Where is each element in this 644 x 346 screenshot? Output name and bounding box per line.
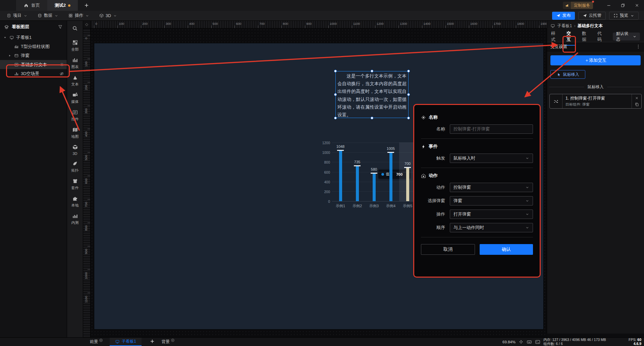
category-kit-icon	[72, 178, 78, 184]
cloud-hosting-button[interactable]: 云托管	[578, 12, 606, 20]
category-kit[interactable]: 套件	[71, 178, 79, 190]
popup-select[interactable]: 弹窗	[450, 196, 533, 206]
trigger-select[interactable]: 鼠标移入时	[450, 154, 533, 163]
layer-item-弹窗[interactable]: 弹窗	[0, 51, 67, 60]
gear-icon[interactable]	[60, 62, 64, 67]
resize-handle-se[interactable]	[407, 117, 410, 119]
menu-data[interactable]: 数据	[34, 13, 62, 18]
chart-value-label: 735	[354, 160, 360, 164]
menu-operations[interactable]: 操作	[65, 13, 93, 18]
caret-right-icon[interactable]	[7, 54, 12, 57]
zoom-level[interactable]: 69.84%	[502, 340, 516, 344]
menu-project[interactable]: 项目	[3, 13, 31, 18]
bar-chart-component[interactable]: 值1: 700 0200400600800100012001048示例1735示…	[319, 140, 419, 207]
custom-service-label: 定制服务	[571, 2, 593, 9]
name-input[interactable]: 控制弹窗-打开弹窗	[450, 124, 533, 134]
tab-home[interactable]: 首页	[16, 0, 47, 11]
ruler-v-label: 200	[84, 85, 88, 90]
order-label: 顺序	[421, 225, 450, 231]
resize-handle-e[interactable]	[407, 93, 410, 96]
mouse-enter-chip[interactable]: 鼠标移入	[550, 70, 585, 79]
preview-button[interactable]: 预览	[609, 12, 639, 20]
state-dropdown[interactable]: 默认状态	[613, 33, 640, 41]
resize-handle-n[interactable]	[371, 70, 373, 72]
fit-screen-icon[interactable]	[519, 339, 524, 344]
console-icon[interactable]	[535, 339, 540, 345]
category-topology[interactable]: 拓扑	[71, 161, 79, 173]
maximize-button[interactable]	[616, 0, 630, 11]
delete-interaction-icon[interactable]	[635, 96, 639, 100]
filter-icon[interactable]	[58, 24, 63, 30]
memory-label: 内存:	[543, 338, 551, 342]
resize-handle-s[interactable]	[371, 117, 373, 119]
layer-item-label: T型分组柱状图	[21, 44, 50, 50]
chart-bar	[406, 168, 409, 201]
layer-item-子看板1[interactable]: 子看板1	[0, 33, 67, 42]
tab-project[interactable]: 测试2	[47, 0, 78, 11]
category-local[interactable]: 本地	[71, 195, 79, 208]
resize-handle-nw[interactable]	[334, 70, 337, 72]
tab-style[interactable]: 样式	[551, 28, 559, 45]
layer-item-3D空场景[interactable]: 3D空场景	[0, 69, 67, 78]
publish-button[interactable]: 发布	[552, 12, 575, 20]
category-media-icon	[72, 92, 78, 98]
chart-bar	[356, 166, 359, 201]
trigger-label: 触发	[421, 155, 450, 161]
close-button[interactable]	[630, 0, 644, 11]
foreground-label: 前景	[90, 339, 98, 345]
category-chart[interactable]: 图表	[71, 57, 79, 69]
resize-handle-w[interactable]	[334, 93, 337, 96]
order-select[interactable]: 与上一动作同时	[450, 223, 533, 232]
category-map[interactable]: 地图	[71, 127, 79, 139]
tab-code[interactable]: 代码	[597, 28, 605, 45]
category-3d[interactable]: 3D	[72, 144, 78, 156]
keyboard-shortcuts-icon[interactable]	[527, 339, 532, 345]
category-media[interactable]: 媒体	[71, 92, 79, 104]
chart-value-label: 1048	[336, 145, 344, 149]
foreground-toggle[interactable]: 前景	[88, 339, 105, 345]
interaction-item[interactable]: 1. 控制弹窗-打开弹窗 目标组件: 弹窗	[549, 94, 642, 109]
confirm-button[interactable]: 确认	[480, 244, 533, 255]
interaction-target: 目标组件: 弹窗	[566, 102, 629, 107]
resize-handle-sw[interactable]	[334, 117, 337, 119]
event-group-label: 鼠标移入	[588, 84, 604, 90]
custom-service-badge[interactable]: 定制服务	[563, 2, 593, 9]
category-beta[interactable]: 内测	[71, 213, 79, 225]
copy-interaction-icon[interactable]	[635, 102, 639, 107]
add-board-button[interactable]	[146, 339, 158, 345]
layers-panel-title: 看板图层	[12, 24, 29, 30]
board-tab[interactable]: 子看板1	[110, 338, 142, 346]
operations-icon	[68, 13, 73, 18]
menu-3d[interactable]: 3D	[96, 13, 120, 18]
preview-label: 预览	[620, 13, 628, 18]
tab-interaction[interactable]: 交互	[567, 28, 575, 45]
fps-label: FPS:	[629, 338, 636, 342]
category-all[interactable]: 全部	[71, 40, 79, 52]
category-control-icon	[72, 109, 78, 115]
cancel-button[interactable]: 取消	[421, 244, 475, 255]
operation-select[interactable]: 打开弹窗	[450, 210, 533, 219]
eye-slash-icon[interactable]	[59, 71, 64, 76]
ruler-h-label: 1400	[423, 22, 430, 25]
layer-item-T型分组柱状图[interactable]: T型分组柱状图	[0, 42, 67, 51]
caret-down-icon[interactable]	[3, 36, 7, 39]
new-tab-button[interactable]	[78, 0, 95, 11]
ruler-origin-icon[interactable]	[83, 21, 91, 28]
action-value: 控制弹窗	[453, 184, 471, 190]
background-toggle[interactable]: 背景	[160, 339, 177, 345]
add-interaction-button[interactable]: ＋添加交互	[550, 55, 641, 65]
multiline-text-component[interactable]: 这是一个多行文本示例，文本会自动换行，当文本内容的高度超出组件的高度时，文本可以…	[335, 71, 409, 118]
more-options-icon[interactable]	[636, 44, 641, 49]
category-control[interactable]: 控件	[71, 109, 79, 122]
search-icon[interactable]	[72, 25, 78, 31]
minimize-button[interactable]	[602, 0, 616, 11]
tab-data[interactable]: 数据	[582, 28, 590, 45]
ruler-h-label: 1800	[517, 22, 524, 25]
resize-handle-ne[interactable]	[407, 70, 410, 72]
ruler-vertical: 010020030040050060070080090010001100	[83, 28, 91, 346]
chevron-down-icon	[525, 199, 529, 203]
action-select[interactable]: 控制弹窗	[450, 183, 533, 192]
category-text[interactable]: 文本	[71, 74, 79, 87]
ruler-h-label: 600	[236, 22, 241, 25]
layer-item-基础多行文本[interactable]: 基础多行文本	[0, 60, 67, 69]
